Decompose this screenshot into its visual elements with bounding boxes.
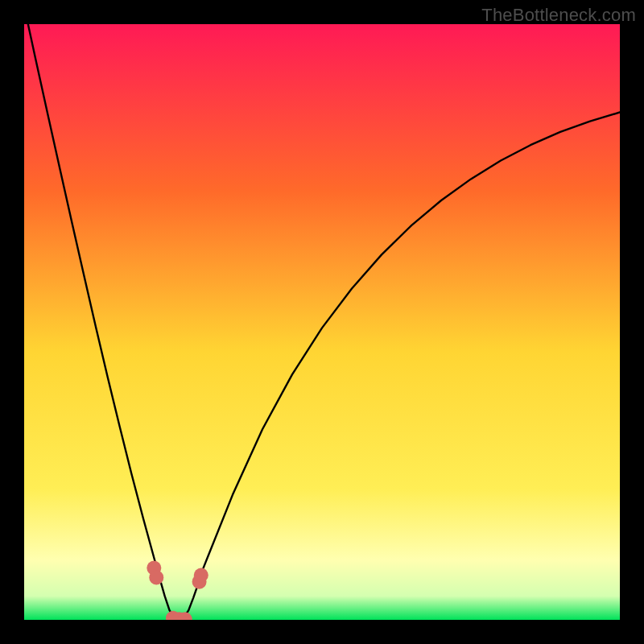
chart-svg: [24, 24, 620, 620]
watermark-text: TheBottleneck.com: [481, 5, 636, 26]
curve-marker: [194, 568, 208, 583]
gradient-background: [24, 24, 620, 620]
chart-frame: TheBottleneck.com: [0, 0, 644, 644]
plot-area: [24, 24, 620, 620]
curve-marker: [149, 570, 163, 584]
